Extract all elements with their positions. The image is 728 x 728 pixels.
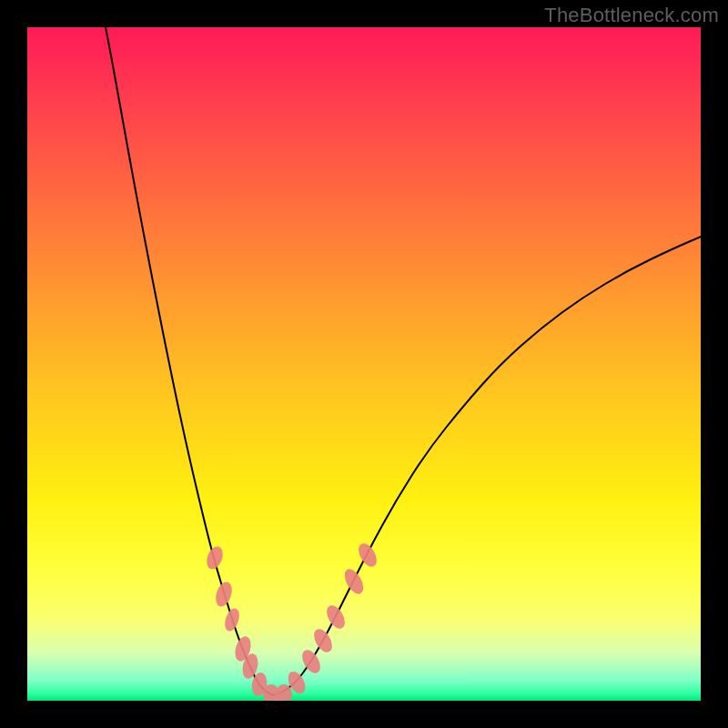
marker-12 [341, 566, 368, 597]
watermark-text: TheBottleneck.com [544, 4, 719, 27]
marker-13 [355, 541, 380, 570]
marker-2 [222, 606, 241, 632]
chart-frame: TheBottleneck.com [0, 0, 728, 728]
marker-11 [323, 602, 349, 632]
marker-0 [204, 544, 226, 571]
curve-left-branch [102, 27, 273, 695]
marker-10 [310, 626, 336, 655]
curve-lines [102, 27, 701, 695]
curve-svg [27, 27, 701, 701]
plot-area [27, 27, 701, 701]
curve-markers [204, 541, 380, 701]
marker-1 [213, 580, 235, 609]
marker-9 [298, 647, 324, 676]
